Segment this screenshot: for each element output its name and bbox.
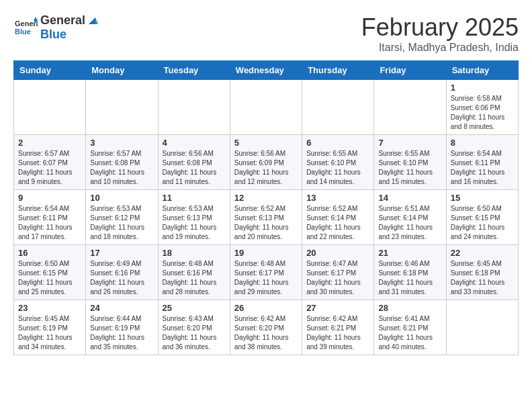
calendar-cell: 12Sunrise: 6:52 AM Sunset: 6:13 PM Dayli…: [230, 190, 302, 245]
week-row-3: 9Sunrise: 6:54 AM Sunset: 6:11 PM Daylig…: [14, 190, 519, 245]
calendar-cell: 6Sunrise: 6:55 AM Sunset: 6:10 PM Daylig…: [302, 135, 374, 190]
calendar-cell: 20Sunrise: 6:47 AM Sunset: 6:17 PM Dayli…: [302, 245, 374, 300]
day-number: 10: [90, 193, 153, 203]
day-number: 3: [90, 138, 153, 148]
day-number: 13: [306, 193, 369, 203]
day-info: Sunrise: 6:58 AM Sunset: 6:06 PM Dayligh…: [451, 94, 514, 132]
svg-marker-2: [34, 17, 38, 21]
logo-triangle-icon: [86, 15, 98, 27]
calendar-cell: 22Sunrise: 6:45 AM Sunset: 6:18 PM Dayli…: [446, 245, 518, 300]
weekday-header-wednesday: Wednesday: [230, 61, 302, 80]
month-title: February 2025: [361, 13, 519, 42]
calendar-cell: 1Sunrise: 6:58 AM Sunset: 6:06 PM Daylig…: [446, 80, 518, 135]
day-number: 18: [163, 248, 226, 258]
calendar-cell: [14, 80, 86, 135]
calendar-cell: [86, 80, 158, 135]
calendar-cell: 9Sunrise: 6:54 AM Sunset: 6:11 PM Daylig…: [14, 190, 86, 245]
svg-marker-5: [95, 17, 98, 24]
day-info: Sunrise: 6:51 AM Sunset: 6:14 PM Dayligh…: [378, 204, 441, 242]
day-info: Sunrise: 6:54 AM Sunset: 6:11 PM Dayligh…: [451, 149, 514, 187]
day-number: 25: [163, 303, 226, 313]
calendar-cell: 21Sunrise: 6:46 AM Sunset: 6:18 PM Dayli…: [374, 245, 446, 300]
day-number: 23: [18, 303, 81, 313]
weekday-header-sunday: Sunday: [14, 61, 86, 80]
day-number: 22: [451, 248, 514, 258]
logo-icon: General Blue: [13, 15, 38, 40]
calendar-cell: 28Sunrise: 6:41 AM Sunset: 6:21 PM Dayli…: [374, 300, 446, 355]
title-area: February 2025 Itarsi, Madhya Pradesh, In…: [361, 13, 519, 54]
calendar-cell: 2Sunrise: 6:57 AM Sunset: 6:07 PM Daylig…: [14, 135, 86, 190]
day-number: 16: [18, 248, 81, 258]
svg-marker-4: [89, 17, 95, 24]
weekday-header-row: SundayMondayTuesdayWednesdayThursdayFrid…: [14, 61, 519, 80]
day-number: 1: [451, 83, 514, 93]
day-info: Sunrise: 6:50 AM Sunset: 6:15 PM Dayligh…: [451, 204, 514, 242]
location-title: Itarsi, Madhya Pradesh, India: [361, 42, 519, 54]
day-info: Sunrise: 6:49 AM Sunset: 6:16 PM Dayligh…: [90, 259, 153, 297]
day-number: 2: [18, 138, 81, 148]
day-info: Sunrise: 6:41 AM Sunset: 6:21 PM Dayligh…: [378, 314, 441, 352]
day-info: Sunrise: 6:55 AM Sunset: 6:10 PM Dayligh…: [378, 149, 441, 187]
day-number: 21: [378, 248, 441, 258]
day-info: Sunrise: 6:55 AM Sunset: 6:10 PM Dayligh…: [306, 149, 369, 187]
day-number: 6: [306, 138, 369, 148]
day-number: 4: [163, 138, 226, 148]
day-info: Sunrise: 6:54 AM Sunset: 6:11 PM Dayligh…: [18, 204, 81, 242]
day-info: Sunrise: 6:47 AM Sunset: 6:17 PM Dayligh…: [306, 259, 369, 297]
day-number: 11: [163, 193, 226, 203]
logo: General Blue General Blue: [13, 13, 99, 42]
week-row-2: 2Sunrise: 6:57 AM Sunset: 6:07 PM Daylig…: [14, 135, 519, 190]
day-number: 26: [234, 303, 298, 313]
calendar-cell: [374, 80, 446, 135]
calendar-cell: 3Sunrise: 6:57 AM Sunset: 6:08 PM Daylig…: [86, 135, 158, 190]
calendar-cell: 10Sunrise: 6:53 AM Sunset: 6:12 PM Dayli…: [86, 190, 158, 245]
day-number: 28: [378, 303, 441, 313]
weekday-header-thursday: Thursday: [302, 61, 374, 80]
day-info: Sunrise: 6:48 AM Sunset: 6:16 PM Dayligh…: [163, 259, 226, 297]
calendar-cell: 13Sunrise: 6:52 AM Sunset: 6:14 PM Dayli…: [302, 190, 374, 245]
calendar-cell: 19Sunrise: 6:48 AM Sunset: 6:17 PM Dayli…: [230, 245, 302, 300]
calendar-cell: 14Sunrise: 6:51 AM Sunset: 6:14 PM Dayli…: [374, 190, 446, 245]
day-info: Sunrise: 6:57 AM Sunset: 6:07 PM Dayligh…: [18, 149, 81, 187]
day-number: 7: [378, 138, 441, 148]
week-row-5: 23Sunrise: 6:45 AM Sunset: 6:19 PM Dayli…: [14, 300, 519, 355]
day-info: Sunrise: 6:43 AM Sunset: 6:20 PM Dayligh…: [163, 314, 226, 352]
day-number: 8: [451, 138, 514, 148]
calendar-cell: 8Sunrise: 6:54 AM Sunset: 6:11 PM Daylig…: [446, 135, 518, 190]
day-number: 27: [306, 303, 369, 313]
logo-blue-text: Blue: [40, 28, 66, 41]
weekday-header-monday: Monday: [86, 61, 158, 80]
week-row-1: 1Sunrise: 6:58 AM Sunset: 6:06 PM Daylig…: [14, 80, 519, 135]
calendar-cell: 24Sunrise: 6:44 AM Sunset: 6:19 PM Dayli…: [86, 300, 158, 355]
week-row-4: 16Sunrise: 6:50 AM Sunset: 6:15 PM Dayli…: [14, 245, 519, 300]
calendar-cell: 27Sunrise: 6:42 AM Sunset: 6:21 PM Dayli…: [302, 300, 374, 355]
day-number: 12: [234, 193, 298, 203]
calendar-cell: 15Sunrise: 6:50 AM Sunset: 6:15 PM Dayli…: [446, 190, 518, 245]
day-number: 14: [378, 193, 441, 203]
calendar-cell: [230, 80, 302, 135]
day-number: 9: [18, 193, 81, 203]
day-info: Sunrise: 6:44 AM Sunset: 6:19 PM Dayligh…: [90, 314, 153, 352]
svg-text:Blue: Blue: [15, 28, 31, 36]
day-info: Sunrise: 6:53 AM Sunset: 6:12 PM Dayligh…: [90, 204, 153, 242]
day-info: Sunrise: 6:46 AM Sunset: 6:18 PM Dayligh…: [378, 259, 441, 297]
day-info: Sunrise: 6:42 AM Sunset: 6:21 PM Dayligh…: [306, 314, 369, 352]
weekday-header-friday: Friday: [374, 61, 446, 80]
day-info: Sunrise: 6:45 AM Sunset: 6:18 PM Dayligh…: [451, 259, 514, 297]
calendar-cell: 18Sunrise: 6:48 AM Sunset: 6:16 PM Dayli…: [158, 245, 230, 300]
calendar-cell: 26Sunrise: 6:42 AM Sunset: 6:20 PM Dayli…: [230, 300, 302, 355]
day-info: Sunrise: 6:53 AM Sunset: 6:13 PM Dayligh…: [163, 204, 226, 242]
day-number: 19: [234, 248, 298, 258]
weekday-header-tuesday: Tuesday: [158, 61, 230, 80]
day-info: Sunrise: 6:56 AM Sunset: 6:08 PM Dayligh…: [163, 149, 226, 187]
day-number: 17: [90, 248, 153, 258]
day-info: Sunrise: 6:57 AM Sunset: 6:08 PM Dayligh…: [90, 149, 153, 187]
day-number: 5: [234, 138, 298, 148]
calendar-cell: 4Sunrise: 6:56 AM Sunset: 6:08 PM Daylig…: [158, 135, 230, 190]
day-number: 15: [451, 193, 514, 203]
calendar-cell: [446, 300, 518, 355]
day-info: Sunrise: 6:52 AM Sunset: 6:13 PM Dayligh…: [234, 204, 298, 242]
calendar-cell: 23Sunrise: 6:45 AM Sunset: 6:19 PM Dayli…: [14, 300, 86, 355]
day-info: Sunrise: 6:48 AM Sunset: 6:17 PM Dayligh…: [234, 259, 298, 297]
calendar-cell: 16Sunrise: 6:50 AM Sunset: 6:15 PM Dayli…: [14, 245, 86, 300]
